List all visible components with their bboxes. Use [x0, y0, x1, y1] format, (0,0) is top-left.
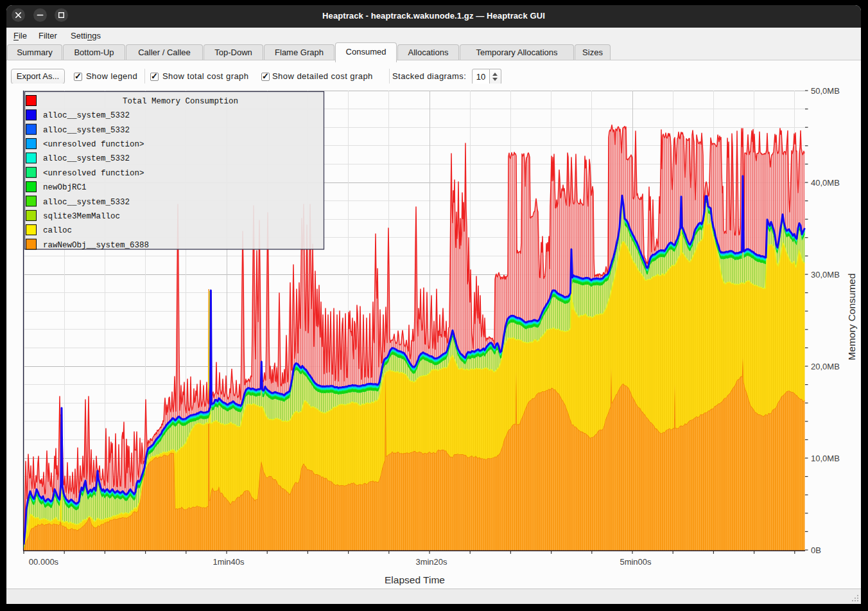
svg-text:rawNewObj__system_6388: rawNewObj__system_6388 [43, 241, 149, 250]
svg-text:sqlite3MemMalloc: sqlite3MemMalloc [43, 212, 120, 221]
svg-text:20,0MB: 20,0MB [811, 362, 840, 371]
svg-text:Memory Consumed: Memory Consumed [846, 273, 857, 360]
svg-text:newObjRC1: newObjRC1 [43, 183, 87, 192]
svg-text:<unresolved function>: <unresolved function> [43, 169, 144, 178]
svg-text:40,0MB: 40,0MB [811, 178, 840, 188]
svg-text:00.000s: 00.000s [29, 557, 59, 567]
svg-text:<unresolved function>: <unresolved function> [43, 140, 144, 149]
svg-text:3min20s: 3min20s [415, 557, 447, 567]
svg-text:alloc__system_5332: alloc__system_5332 [43, 111, 130, 120]
svg-text:alloc__system_5332: alloc__system_5332 [43, 198, 130, 207]
svg-text:0B: 0B [811, 545, 821, 555]
svg-text:10,0MB: 10,0MB [811, 454, 840, 463]
svg-text:calloc: calloc [43, 226, 72, 235]
svg-text:alloc__system_5332: alloc__system_5332 [43, 154, 130, 163]
svg-text:alloc__system_5332: alloc__system_5332 [43, 126, 130, 135]
svg-text:50,0MB: 50,0MB [811, 86, 840, 96]
svg-text:1min40s: 1min40s [213, 557, 245, 567]
svg-text:Elapsed Time: Elapsed Time [385, 574, 445, 585]
svg-text:30,0MB: 30,0MB [811, 270, 840, 279]
svg-text:Total Memory Consumption: Total Memory Consumption [123, 97, 238, 106]
svg-text:5min00s: 5min00s [620, 557, 652, 567]
